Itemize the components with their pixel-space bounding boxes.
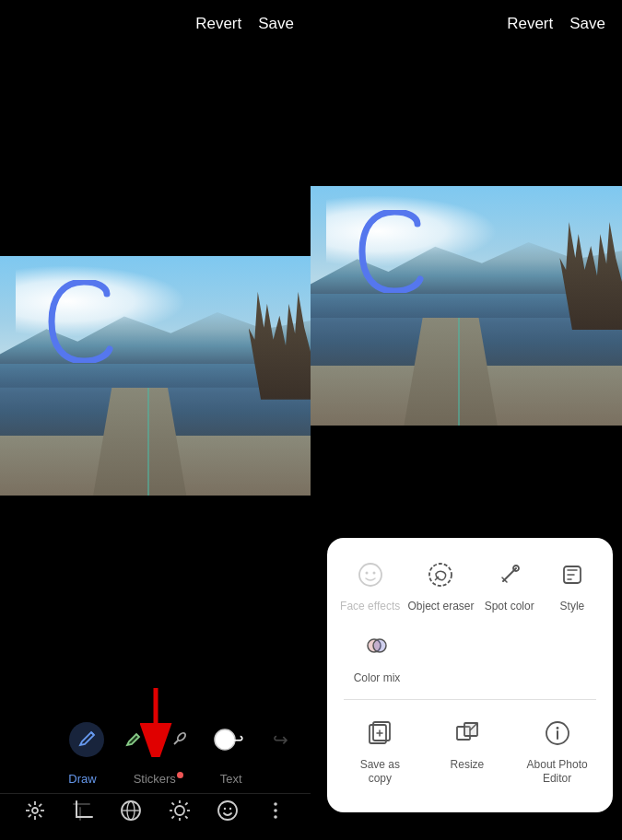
- object-eraser-icon: [420, 554, 461, 595]
- popup-menu: Face effects Object eraser: [327, 538, 613, 812]
- tool-labels-row: Draw Stickers Text: [0, 768, 311, 793]
- undo-button[interactable]: ↩: [218, 722, 253, 757]
- object-eraser-item[interactable]: Object eraser: [407, 554, 474, 614]
- svg-point-4: [32, 808, 38, 813]
- popup-row-3: Save ascopy Resize: [336, 713, 604, 787]
- left-revert-button[interactable]: Revert: [195, 15, 241, 33]
- stickers-badge: [177, 772, 183, 778]
- resize-label: Resize: [451, 758, 485, 773]
- left-header: Revert Save: [0, 0, 311, 48]
- svg-line-23: [171, 816, 173, 818]
- about-photo-editor-label: About PhotoEditor: [527, 758, 588, 787]
- left-image-area: [0, 256, 311, 496]
- svg-line-21: [171, 803, 173, 805]
- right-revert-button[interactable]: Revert: [507, 15, 553, 33]
- svg-point-42: [373, 639, 386, 652]
- svg-point-34: [359, 564, 381, 586]
- left-photo: [0, 256, 311, 496]
- right-panel: Revert Save: [311, 0, 622, 840]
- svg-point-36: [372, 571, 375, 574]
- style-item[interactable]: Style: [545, 554, 600, 614]
- svg-line-2: [174, 741, 178, 744]
- svg-line-22: [185, 816, 187, 818]
- svg-point-26: [224, 808, 226, 810]
- right-photo-fence: [404, 318, 460, 426]
- face-effects-item[interactable]: Face effects: [340, 554, 400, 614]
- svg-line-9: [29, 804, 31, 807]
- color-mix-item[interactable]: Color mix: [349, 626, 405, 686]
- svg-line-12: [39, 804, 41, 807]
- style-label: Style: [560, 600, 585, 614]
- svg-line-11: [29, 814, 31, 817]
- popup-row-1: Face effects Object eraser: [336, 554, 604, 614]
- right-drawing-annotation: [358, 210, 431, 293]
- emoji-button[interactable]: [217, 799, 239, 827]
- svg-point-28: [274, 802, 277, 806]
- brightness-button[interactable]: [169, 799, 191, 827]
- face-effects-label: Face effects: [340, 600, 400, 614]
- right-save-button[interactable]: Save: [569, 15, 605, 33]
- spot-color-item[interactable]: Spot color: [482, 554, 537, 614]
- resize-icon: [447, 713, 487, 753]
- spot-color-icon: [489, 554, 530, 595]
- svg-point-35: [365, 571, 368, 574]
- spot-color-label: Spot color: [485, 600, 534, 614]
- svg-line-0: [91, 732, 94, 735]
- photo-fence: [93, 388, 149, 496]
- bottom-icons-row: [0, 793, 311, 836]
- svg-point-1: [176, 731, 186, 741]
- resize-item[interactable]: Resize: [440, 713, 495, 773]
- style-icon: [552, 554, 593, 595]
- right-header: Revert Save: [311, 0, 622, 48]
- more-button[interactable]: [264, 799, 287, 827]
- highlighter-button[interactable]: [115, 722, 150, 757]
- svg-point-37: [429, 564, 452, 586]
- svg-point-16: [175, 806, 184, 815]
- left-black-top: [0, 48, 311, 256]
- svg-point-29: [274, 809, 277, 812]
- svg-point-25: [218, 801, 237, 820]
- right-black-top: [311, 48, 622, 186]
- object-eraser-label: Object eraser: [407, 600, 474, 614]
- popup-divider: [344, 699, 596, 700]
- drawing-annotation: [47, 280, 121, 363]
- right-photo: [311, 186, 622, 426]
- about-photo-editor-item[interactable]: About PhotoEditor: [527, 713, 588, 787]
- redo-button[interactable]: ↪: [263, 722, 298, 757]
- face-effects-icon: [350, 554, 391, 595]
- left-panel: Revert Save: [0, 0, 311, 840]
- stickers-label[interactable]: Stickers: [134, 772, 183, 786]
- toolbar-area: ↩ ↪ Draw Stickers Text: [0, 704, 311, 840]
- color-mix-label: Color mix: [354, 671, 401, 686]
- svg-point-51: [556, 727, 558, 729]
- popup-area: Face effects Object eraser: [311, 564, 622, 840]
- svg-point-30: [274, 815, 277, 819]
- svg-point-27: [229, 808, 231, 810]
- right-image-area: [311, 186, 622, 426]
- left-save-button[interactable]: Save: [258, 15, 294, 33]
- left-black-bottom: [0, 496, 311, 704]
- about-photo-editor-icon: [537, 713, 578, 753]
- popup-row-2: Color mix: [336, 626, 604, 686]
- save-as-copy-icon: [359, 713, 400, 753]
- text-label[interactable]: Text: [220, 772, 242, 786]
- draw-pen-button[interactable]: [69, 722, 104, 757]
- color-mix-icon: [357, 626, 397, 667]
- save-as-copy-item[interactable]: Save ascopy: [352, 713, 407, 787]
- undo-redo-group: ↩ ↪: [218, 722, 298, 757]
- crop-button[interactable]: [72, 799, 94, 827]
- svg-line-10: [39, 814, 41, 817]
- filter-button[interactable]: [120, 799, 142, 827]
- draw-label[interactable]: Draw: [68, 772, 96, 786]
- adjust-button[interactable]: [24, 799, 46, 827]
- marker-button[interactable]: [161, 722, 196, 757]
- svg-line-24: [185, 803, 187, 805]
- save-as-copy-label: Save ascopy: [360, 758, 400, 787]
